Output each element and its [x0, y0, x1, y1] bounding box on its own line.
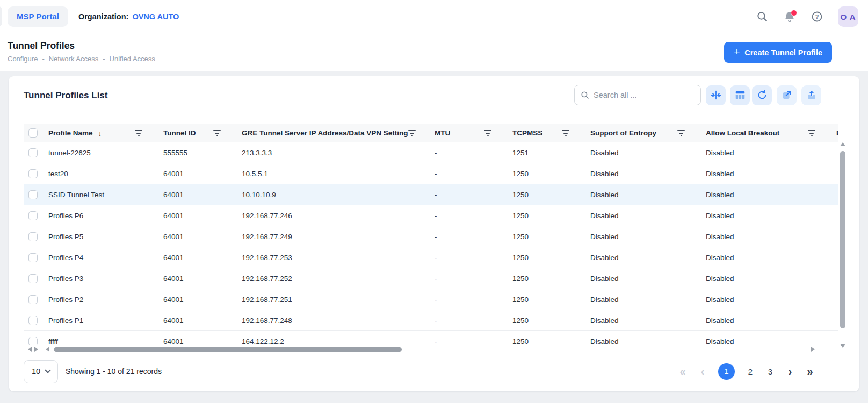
cell-tunnel_id: 64001: [157, 170, 236, 178]
vertical-scrollbar: [840, 142, 846, 348]
column-header-gre_ip[interactable]: GRE Tunnel Server IP Address/Data VPN Se…: [236, 124, 429, 142]
pagination-page-2[interactable]: 2: [746, 367, 755, 376]
notification-badge: [791, 10, 797, 16]
row-checkbox-cell: [24, 205, 42, 226]
row-checkbox[interactable]: [28, 190, 38, 199]
cell-gre_ip: 192.168.77.246: [236, 212, 429, 220]
select-all-checkbox[interactable]: [28, 128, 38, 138]
table-row[interactable]: test206400110.5.5.1-1250DisabledDisabled: [24, 163, 838, 184]
export-button[interactable]: [777, 85, 797, 105]
cell-gre_ip: 10.5.5.1: [236, 170, 429, 178]
cell-mtu: -: [429, 191, 507, 199]
table-row[interactable]: Profiles P164001192.168.77.248-1250Disab…: [24, 310, 838, 331]
cell-tunnel_id: 64001: [157, 191, 236, 199]
row-checkbox[interactable]: [28, 295, 38, 304]
column-header-tunnel_id[interactable]: Tunnel ID: [157, 124, 236, 142]
upload-button[interactable]: [801, 85, 821, 105]
msp-portal-button[interactable]: MSP Portal: [8, 6, 68, 27]
column-label: Support of Entropy: [590, 129, 656, 137]
cell-entropy: Disabled: [584, 254, 700, 262]
search-input[interactable]: [594, 91, 695, 99]
table-row[interactable]: SSID Tunnel Test6400110.10.10.9-1250Disa…: [24, 184, 838, 205]
breadcrumb-item[interactable]: Network Access: [49, 55, 98, 63]
pagination-prev[interactable]: ‹: [698, 366, 707, 377]
search-box: [574, 85, 701, 105]
pagination-last[interactable]: »: [806, 366, 814, 377]
cell-mtu: -: [429, 233, 507, 241]
tunnel-profiles-table: Profile Name↓Tunnel IDGRE Tunnel Server …: [24, 124, 838, 351]
fit-columns-button[interactable]: [706, 85, 726, 105]
column-header-name[interactable]: Profile Name↓: [42, 124, 157, 142]
scroll-down-icon[interactable]: [840, 344, 845, 348]
fit-columns-icon: [710, 89, 722, 101]
breadcrumb-item[interactable]: Unified Access: [110, 55, 155, 63]
cell-gre_ip: 192.168.77.251: [236, 296, 429, 304]
filter-icon[interactable]: [677, 130, 685, 136]
column-header-breakout[interactable]: Allow Local Breakout: [700, 124, 830, 142]
row-checkbox[interactable]: [28, 253, 38, 262]
cell-breakout: Disabled: [700, 316, 830, 325]
cell-tunnel_id: 64001: [157, 337, 236, 346]
pagination-page-1[interactable]: 1: [718, 363, 735, 380]
row-checkbox[interactable]: [28, 211, 38, 220]
cell-tcpmss: 1250: [507, 233, 584, 241]
content-area: Tunnel Profiles List: [0, 71, 868, 403]
scroll-up-icon[interactable]: [840, 142, 845, 146]
header-select-all[interactable]: [24, 124, 42, 142]
row-checkbox[interactable]: [28, 316, 38, 325]
refresh-button[interactable]: [752, 85, 772, 105]
cell-entropy: Disabled: [584, 316, 700, 325]
row-checkbox[interactable]: [28, 148, 38, 157]
row-checkbox-cell: [24, 184, 42, 205]
table-row[interactable]: Profiles P264001192.168.77.251-1250Disab…: [24, 289, 838, 310]
row-checkbox[interactable]: [28, 232, 38, 241]
help-icon[interactable]: ?: [811, 10, 823, 23]
cell-tunnel_id: 555555: [157, 149, 236, 157]
filter-icon[interactable]: [135, 130, 142, 136]
topbar-actions: ? O A: [756, 0, 858, 33]
pagination-page-3[interactable]: 3: [766, 367, 775, 376]
organization-name-link[interactable]: OVNG AUTO: [132, 12, 179, 21]
cell-name: Profiles P6: [42, 212, 157, 220]
user-avatar[interactable]: O A: [838, 6, 858, 27]
table-row[interactable]: Profiles P664001192.168.77.246-1250Disab…: [24, 205, 838, 226]
table-row[interactable]: tunnel-22625555555213.3.3.3-1251Disabled…: [24, 142, 838, 163]
create-tunnel-profile-button[interactable]: + Create Tunnel Profile: [724, 42, 832, 63]
table-row[interactable]: Profiles P564001192.168.77.249-1250Disab…: [24, 226, 838, 247]
cell-gre_ip: 192.168.77.248: [236, 316, 429, 325]
columns-button[interactable]: [730, 85, 750, 105]
search-icon[interactable]: [756, 10, 769, 23]
filter-icon[interactable]: [408, 130, 416, 136]
filter-icon[interactable]: [562, 130, 569, 136]
cell-entropy: Disabled: [584, 275, 700, 283]
breadcrumb-item[interactable]: Configure: [8, 55, 38, 63]
vertical-scroll-thumb[interactable]: [840, 151, 845, 328]
organization-label: Organization:: [78, 12, 128, 21]
column-header-tcpmss[interactable]: TCPMSS: [507, 124, 584, 142]
row-checkbox[interactable]: [28, 169, 38, 178]
filter-icon[interactable]: [484, 130, 491, 136]
filter-icon[interactable]: [213, 130, 221, 136]
sort-desc-icon[interactable]: ↓: [98, 129, 102, 138]
cell-breakout: Disabled: [700, 296, 830, 304]
table-row[interactable]: Profiles P464001192.168.77.253-1250Disab…: [24, 247, 838, 268]
cell-name: tunnel-22625: [42, 149, 157, 157]
page-size-select[interactable]: 10: [24, 360, 58, 383]
export-open-icon: [781, 89, 793, 101]
pagination-first[interactable]: «: [678, 366, 687, 377]
pagination-next[interactable]: ›: [786, 366, 794, 377]
row-checkbox[interactable]: [28, 337, 38, 346]
filter-icon[interactable]: [808, 130, 815, 136]
column-header-mtu[interactable]: MTU: [429, 124, 507, 142]
page-title: Tunnel Profiles: [8, 40, 75, 52]
row-checkbox[interactable]: [28, 274, 38, 283]
notifications-bell-icon[interactable]: [783, 10, 796, 23]
cell-name: test20: [42, 170, 157, 178]
columns-icon: [734, 89, 746, 101]
column-header-entropy[interactable]: Support of Entropy: [584, 124, 700, 142]
card-title: Tunnel Profiles List: [24, 90, 107, 101]
column-header-extra[interactable]: E: [830, 124, 838, 142]
table-row[interactable]: Profiles P364001192.168.77.252-1250Disab…: [24, 268, 838, 289]
column-label: MTU: [435, 129, 450, 137]
cell-tcpmss: 1251: [507, 149, 584, 157]
